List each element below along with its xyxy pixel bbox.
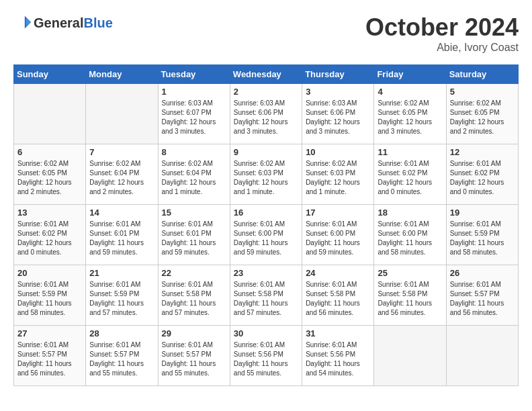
day-number: 22 (162, 268, 226, 278)
day-info: Sunrise: 6:01 AM Sunset: 6:02 PM Dayligh… (450, 159, 515, 197)
calendar-cell: 24Sunrise: 6:01 AM Sunset: 5:58 PM Dayli… (302, 265, 374, 326)
calendar-cell (86, 84, 158, 144)
calendar-cell: 2Sunrise: 6:03 AM Sunset: 6:06 PM Daylig… (230, 84, 302, 144)
day-number: 24 (306, 268, 370, 278)
day-number: 26 (450, 268, 515, 278)
day-number: 5 (450, 87, 515, 97)
day-number: 3 (306, 87, 370, 97)
day-info: Sunrise: 6:01 AM Sunset: 6:00 PM Dayligh… (306, 220, 370, 257)
calendar-cell: 15Sunrise: 6:01 AM Sunset: 6:01 PM Dayli… (158, 205, 230, 265)
day-number: 12 (450, 147, 515, 157)
calendar-cell (374, 326, 446, 386)
calendar-cell: 9Sunrise: 6:02 AM Sunset: 6:03 PM Daylig… (230, 144, 302, 205)
day-number: 16 (234, 208, 298, 218)
day-info: Sunrise: 6:01 AM Sunset: 6:02 PM Dayligh… (17, 220, 82, 257)
calendar-cell: 27Sunrise: 6:01 AM Sunset: 5:57 PM Dayli… (14, 326, 86, 386)
day-header-thursday: Thursday (302, 65, 374, 84)
day-number: 13 (17, 208, 82, 218)
day-info: Sunrise: 6:03 AM Sunset: 6:07 PM Dayligh… (162, 99, 226, 136)
day-header-sunday: Sunday (14, 65, 86, 84)
day-info: Sunrise: 6:01 AM Sunset: 6:02 PM Dayligh… (378, 159, 442, 197)
logo-general: General (34, 15, 83, 30)
day-number: 23 (234, 268, 298, 278)
day-info: Sunrise: 6:01 AM Sunset: 5:56 PM Dayligh… (234, 340, 298, 378)
calendar-cell (14, 84, 86, 144)
day-number: 20 (17, 268, 82, 278)
day-number: 25 (378, 268, 442, 278)
day-info: Sunrise: 6:01 AM Sunset: 5:59 PM Dayligh… (17, 280, 82, 318)
calendar-cell: 26Sunrise: 6:01 AM Sunset: 5:57 PM Dayli… (446, 265, 518, 326)
day-info: Sunrise: 6:03 AM Sunset: 6:06 PM Dayligh… (306, 99, 370, 136)
calendar-cell: 5Sunrise: 6:02 AM Sunset: 6:05 PM Daylig… (446, 84, 518, 144)
logo: GeneralBlue (13, 13, 113, 32)
day-info: Sunrise: 6:01 AM Sunset: 5:58 PM Dayligh… (162, 280, 226, 318)
day-info: Sunrise: 6:02 AM Sunset: 6:04 PM Dayligh… (162, 159, 226, 197)
day-info: Sunrise: 6:01 AM Sunset: 5:57 PM Dayligh… (162, 340, 226, 378)
page-header: GeneralBlue October 2024 Abie, Ivory Coa… (13, 13, 519, 54)
day-number: 29 (162, 328, 226, 338)
calendar-cell: 22Sunrise: 6:01 AM Sunset: 5:58 PM Dayli… (158, 265, 230, 326)
day-number: 2 (234, 87, 298, 97)
calendar-cell: 4Sunrise: 6:02 AM Sunset: 6:05 PM Daylig… (374, 84, 446, 144)
day-info: Sunrise: 6:02 AM Sunset: 6:05 PM Dayligh… (450, 99, 515, 136)
week-row-2: 6Sunrise: 6:02 AM Sunset: 6:05 PM Daylig… (14, 144, 519, 205)
calendar-cell: 18Sunrise: 6:01 AM Sunset: 6:00 PM Dayli… (374, 205, 446, 265)
day-number: 15 (162, 208, 226, 218)
calendar-cell: 28Sunrise: 6:01 AM Sunset: 5:57 PM Dayli… (86, 326, 158, 386)
calendar-cell: 23Sunrise: 6:01 AM Sunset: 5:58 PM Dayli… (230, 265, 302, 326)
week-row-4: 20Sunrise: 6:01 AM Sunset: 5:59 PM Dayli… (14, 265, 519, 326)
day-info: Sunrise: 6:01 AM Sunset: 5:58 PM Dayligh… (378, 280, 442, 318)
calendar-cell: 3Sunrise: 6:03 AM Sunset: 6:06 PM Daylig… (302, 84, 374, 144)
day-number: 11 (378, 147, 442, 157)
day-header-wednesday: Wednesday (230, 65, 302, 84)
day-info: Sunrise: 6:01 AM Sunset: 5:59 PM Dayligh… (89, 280, 154, 318)
calendar-table: SundayMondayTuesdayWednesdayThursdayFrid… (13, 64, 519, 386)
day-info: Sunrise: 6:01 AM Sunset: 6:01 PM Dayligh… (89, 220, 154, 257)
calendar-cell: 8Sunrise: 6:02 AM Sunset: 6:04 PM Daylig… (158, 144, 230, 205)
day-number: 6 (17, 147, 82, 157)
day-info: Sunrise: 6:01 AM Sunset: 5:58 PM Dayligh… (234, 280, 298, 318)
day-info: Sunrise: 6:01 AM Sunset: 5:57 PM Dayligh… (450, 280, 515, 318)
day-number: 31 (306, 328, 370, 338)
day-info: Sunrise: 6:01 AM Sunset: 6:00 PM Dayligh… (234, 220, 298, 257)
calendar-cell: 1Sunrise: 6:03 AM Sunset: 6:07 PM Daylig… (158, 84, 230, 144)
day-number: 19 (450, 208, 515, 218)
calendar-cell: 11Sunrise: 6:01 AM Sunset: 6:02 PM Dayli… (374, 144, 446, 205)
week-row-3: 13Sunrise: 6:01 AM Sunset: 6:02 PM Dayli… (14, 205, 519, 265)
day-header-friday: Friday (374, 65, 446, 84)
day-header-tuesday: Tuesday (158, 65, 230, 84)
logo-icon (13, 13, 32, 32)
calendar-cell: 14Sunrise: 6:01 AM Sunset: 6:01 PM Dayli… (86, 205, 158, 265)
day-info: Sunrise: 6:01 AM Sunset: 5:59 PM Dayligh… (450, 220, 515, 257)
calendar-cell: 12Sunrise: 6:01 AM Sunset: 6:02 PM Dayli… (446, 144, 518, 205)
day-number: 1 (162, 87, 226, 97)
svg-marker-1 (26, 18, 31, 26)
week-row-5: 27Sunrise: 6:01 AM Sunset: 5:57 PM Dayli… (14, 326, 519, 386)
day-info: Sunrise: 6:02 AM Sunset: 6:03 PM Dayligh… (234, 159, 298, 197)
day-number: 17 (306, 208, 370, 218)
day-info: Sunrise: 6:02 AM Sunset: 6:04 PM Dayligh… (89, 159, 154, 197)
calendar-cell: 21Sunrise: 6:01 AM Sunset: 5:59 PM Dayli… (86, 265, 158, 326)
day-info: Sunrise: 6:03 AM Sunset: 6:06 PM Dayligh… (234, 99, 298, 136)
day-number: 28 (89, 328, 154, 338)
calendar-cell: 30Sunrise: 6:01 AM Sunset: 5:56 PM Dayli… (230, 326, 302, 386)
calendar-cell (446, 326, 518, 386)
day-header-saturday: Saturday (446, 65, 518, 84)
day-number: 8 (162, 147, 226, 157)
day-header-monday: Monday (86, 65, 158, 84)
day-number: 10 (306, 147, 370, 157)
day-info: Sunrise: 6:01 AM Sunset: 5:57 PM Dayligh… (89, 340, 154, 378)
week-row-1: 1Sunrise: 6:03 AM Sunset: 6:07 PM Daylig… (14, 84, 519, 144)
calendar-cell: 29Sunrise: 6:01 AM Sunset: 5:57 PM Dayli… (158, 326, 230, 386)
day-info: Sunrise: 6:02 AM Sunset: 6:03 PM Dayligh… (306, 159, 370, 197)
day-number: 30 (234, 328, 298, 338)
day-info: Sunrise: 6:01 AM Sunset: 5:58 PM Dayligh… (306, 280, 370, 318)
day-number: 7 (89, 147, 154, 157)
title-block: October 2024 Abie, Ivory Coast (365, 13, 519, 54)
day-number: 4 (378, 87, 442, 97)
day-number: 9 (234, 147, 298, 157)
calendar-cell: 16Sunrise: 6:01 AM Sunset: 6:00 PM Dayli… (230, 205, 302, 265)
calendar-cell: 10Sunrise: 6:02 AM Sunset: 6:03 PM Dayli… (302, 144, 374, 205)
day-number: 18 (378, 208, 442, 218)
day-info: Sunrise: 6:01 AM Sunset: 6:00 PM Dayligh… (378, 220, 442, 257)
